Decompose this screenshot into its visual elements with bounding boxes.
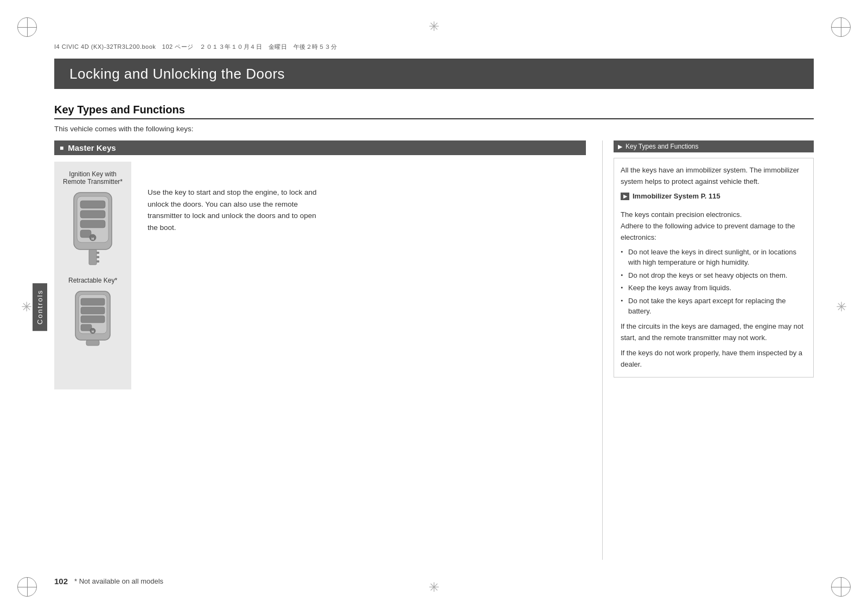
note-lower-text2: If the circuits in the keys are damaged,…	[621, 321, 807, 344]
subsection-heading-text: Master Keys	[68, 143, 116, 152]
key-images-area: Ignition Key withRemote Transmitter*	[54, 162, 131, 389]
header-meta: I4 CIVIC 4D (KX)-32TR3L200.book 102 ページ …	[54, 39, 814, 54]
reg-mark-br	[831, 577, 851, 597]
svg-rect-15	[81, 307, 105, 314]
intro-text: This vehicle comes with the following ke…	[54, 125, 814, 133]
keys-and-desc: Ignition Key withRemote Transmitter*	[54, 162, 586, 389]
svg-text:H: H	[92, 330, 94, 333]
note-lower-text1: The keys contain precision electronics.A…	[621, 209, 807, 243]
svg-rect-8	[97, 256, 99, 258]
bullet-item: Do not leave the keys in direct sunlight…	[621, 247, 807, 268]
key2-label: Retractable Key*	[68, 277, 117, 284]
note-box-header: ▶ Key Types and Functions	[614, 140, 814, 152]
chapter-band: Locking and Unlocking the Doors	[54, 59, 814, 89]
note-body-lower: The keys contain precision electronics.A…	[621, 209, 807, 370]
footer-note: * Not available on all models	[74, 577, 163, 585]
subsection-heading: Master Keys	[54, 140, 586, 155]
key-description: Use the key to start and stop the engine…	[148, 162, 321, 389]
bullet-item: Keep the keys away from liquids.	[621, 283, 807, 293]
section-divider	[54, 118, 814, 119]
svg-rect-2	[80, 201, 105, 208]
footer: 102 * Not available on all models	[54, 577, 814, 586]
section-heading: Key Types and Functions	[54, 104, 814, 116]
reg-mark-tl	[17, 17, 37, 37]
header-meta-text: I4 CIVIC 4D (KX)-32TR3L200.book 102 ページ …	[54, 43, 337, 51]
note-box-body: All the keys have an immobilizer system.…	[614, 158, 814, 378]
svg-rect-4	[80, 220, 105, 228]
note-header-icon: ▶	[618, 143, 622, 150]
svg-rect-9	[97, 260, 99, 263]
note-ref-label: Immobilizer System P. 115	[633, 191, 720, 202]
note-body-intro: All the keys have an immobilizer system.…	[621, 165, 807, 188]
main-content: Key Types and Functions This vehicle com…	[54, 95, 814, 560]
right-column: ▶ Key Types and Functions All the keys h…	[602, 140, 814, 560]
note-lower-text3: If the keys do not work properly, have t…	[621, 348, 807, 370]
svg-rect-5	[80, 230, 91, 238]
reg-mark-bl	[17, 577, 37, 597]
reg-mark-tm: ✳	[426, 18, 442, 35]
svg-rect-17	[81, 324, 92, 331]
bullet-item: Do not drop the keys or set heavy object…	[621, 270, 807, 281]
key-description-text: Use the key to start and stop the engine…	[148, 188, 316, 232]
note-ref-icon: ▶	[621, 193, 629, 200]
svg-rect-6	[89, 250, 97, 265]
svg-rect-16	[81, 316, 105, 323]
key-item-1: Ignition Key withRemote Transmitter*	[63, 170, 123, 266]
reg-mark-mr: ✳	[833, 299, 850, 315]
note-ref: ▶ Immobilizer System P. 115	[621, 191, 807, 202]
page-number: 102	[54, 577, 68, 586]
chapter-title: Locking and Unlocking the Doors	[69, 66, 285, 82]
key-item-2: Retractable Key*	[68, 277, 117, 354]
svg-rect-3	[80, 210, 105, 218]
svg-rect-18	[86, 340, 99, 346]
bullet-list: Do not leave the keys in direct sunlight…	[621, 247, 807, 317]
two-col-layout: Master Keys Ignition Key withRemote Tran…	[54, 140, 814, 560]
key1-label: Ignition Key withRemote Transmitter*	[63, 170, 123, 186]
svg-rect-14	[81, 298, 105, 305]
note-box-header-text: Key Types and Functions	[626, 143, 699, 150]
reg-mark-tr	[831, 17, 851, 37]
svg-text:H: H	[92, 237, 94, 240]
key-fob-1-image: H	[68, 190, 117, 266]
left-column: Master Keys Ignition Key withRemote Tran…	[54, 140, 602, 560]
svg-rect-7	[97, 252, 99, 254]
controls-tab: Controls	[33, 283, 47, 331]
key-fob-2-image: H	[71, 289, 114, 354]
bullet-item: Do not take the keys apart except for re…	[621, 296, 807, 317]
